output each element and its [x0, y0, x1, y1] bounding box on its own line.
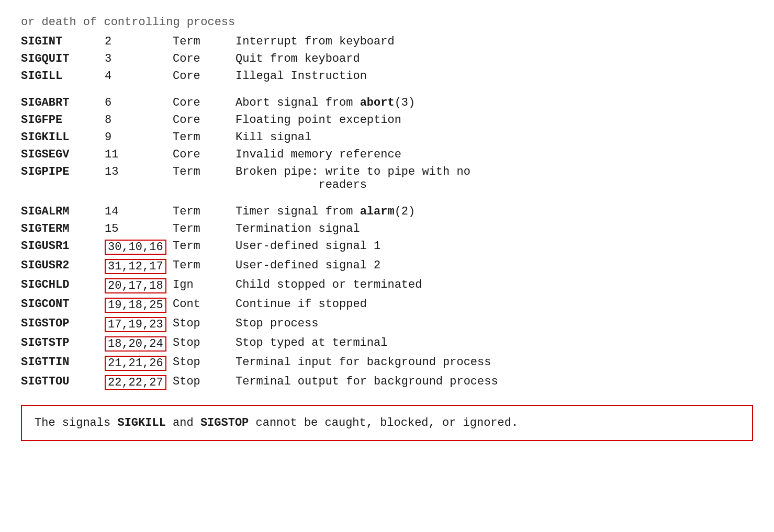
- signal-name: SIGABRT: [21, 94, 105, 111]
- signal-row: SIGFPE8CoreFloating point exception: [21, 111, 753, 129]
- signal-name: SIGTTOU: [21, 373, 105, 392]
- signal-row: SIGSEGV11CoreInvalid memory reference: [21, 146, 753, 163]
- signal-action: Cont: [173, 296, 235, 315]
- signal-desc: Quit from keyboard: [235, 50, 753, 67]
- signal-num: 6: [105, 94, 173, 111]
- content-area: or death of controlling process SIGINT2T…: [21, 10, 753, 446]
- boxed-num: 30,10,16: [105, 240, 166, 255]
- signal-name: SIGILL: [21, 67, 105, 85]
- signal-name: SIGCHLD: [21, 276, 105, 296]
- signal-name: SIGCONT: [21, 296, 105, 315]
- boxed-num: 19,18,25: [105, 298, 166, 313]
- signal-name: SIGQUIT: [21, 50, 105, 67]
- signal-row: SIGUSR231,12,17TermUser-defined signal 2: [21, 257, 753, 276]
- signal-num: 20,17,18: [105, 276, 173, 296]
- signal-num: 21,21,26: [105, 354, 173, 373]
- signal-num: 4: [105, 67, 173, 85]
- signal-action: Core: [173, 146, 235, 163]
- signal-num: 22,22,27: [105, 373, 173, 392]
- signal-num: 3: [105, 50, 173, 67]
- signal-row: SIGUSR130,10,16TermUser-defined signal 1: [21, 237, 753, 257]
- signal-desc: Child stopped or terminated: [235, 276, 753, 296]
- signal-action: Term: [173, 203, 235, 220]
- signal-num: 14: [105, 203, 173, 220]
- signal-desc: Illegal Instruction: [235, 67, 753, 85]
- signal-action: Stop: [173, 354, 235, 373]
- signal-num: 19,18,25: [105, 296, 173, 315]
- signal-name: SIGUSR2: [21, 257, 105, 276]
- notice-sig1: SIGKILL: [117, 416, 165, 429]
- signal-name: SIGUSR1: [21, 237, 105, 257]
- signal-row: SIGQUIT3CoreQuit from keyboard: [21, 50, 753, 67]
- boxed-num: 17,19,23: [105, 317, 166, 332]
- signal-desc: Floating point exception: [235, 111, 753, 129]
- signal-name: SIGTSTP: [21, 334, 105, 354]
- signal-row: SIGINT2TermInterrupt from keyboard: [21, 33, 753, 50]
- signal-action: Term: [173, 163, 235, 194]
- signal-desc: Broken pipe: write to pipe with no reade…: [235, 163, 753, 194]
- signal-row: SIGTERM15TermTermination signal: [21, 220, 753, 237]
- signal-action: Term: [173, 33, 235, 50]
- signal-name: SIGPIPE: [21, 163, 105, 194]
- truncated-top-text: or death of controlling process: [21, 16, 753, 29]
- signal-desc: Interrupt from keyboard: [235, 33, 753, 50]
- signal-desc: Abort signal from abort(3): [235, 94, 753, 111]
- signal-num: 2: [105, 33, 173, 50]
- signal-row: SIGKILL9TermKill signal: [21, 129, 753, 146]
- signal-action: Term: [173, 220, 235, 237]
- signal-desc: Continue if stopped: [235, 296, 753, 315]
- notice-prefix: The signals: [35, 416, 117, 429]
- signal-desc: Kill signal: [235, 129, 753, 146]
- signal-name: SIGFPE: [21, 111, 105, 129]
- signal-row: SIGCHLD20,17,18IgnChild stopped or termi…: [21, 276, 753, 296]
- signal-action: Term: [173, 237, 235, 257]
- signal-num: 13: [105, 163, 173, 194]
- boxed-num: 20,17,18: [105, 278, 166, 293]
- spacer-row: [21, 194, 753, 203]
- signal-desc: Stop process: [235, 315, 753, 334]
- signal-action: Stop: [173, 334, 235, 354]
- signal-desc: Invalid memory reference: [235, 146, 753, 163]
- signal-action: Ign: [173, 276, 235, 296]
- signal-action: Term: [173, 257, 235, 276]
- boxed-num: 18,20,24: [105, 336, 166, 352]
- signal-row: SIGABRT6CoreAbort signal from abort(3): [21, 94, 753, 111]
- signal-row: SIGPIPE13TermBroken pipe: write to pipe …: [21, 163, 753, 194]
- signal-row: SIGSTOP17,19,23StopStop process: [21, 315, 753, 334]
- signal-desc: Timer signal from alarm(2): [235, 203, 753, 220]
- signal-name: SIGTERM: [21, 220, 105, 237]
- boxed-num: 21,21,26: [105, 356, 166, 371]
- notice-box: The signals SIGKILL and SIGSTOP cannot b…: [21, 405, 753, 441]
- signal-action: Core: [173, 111, 235, 129]
- signal-desc: Terminal input for background process: [235, 354, 753, 373]
- signal-desc: Termination signal: [235, 220, 753, 237]
- signal-num: 11: [105, 146, 173, 163]
- signal-name: SIGSTOP: [21, 315, 105, 334]
- notice-sig2: SIGSTOP: [200, 416, 249, 429]
- signal-action: Term: [173, 129, 235, 146]
- signal-name: SIGALRM: [21, 203, 105, 220]
- signal-action: Core: [173, 94, 235, 111]
- signal-num: 31,12,17: [105, 257, 173, 276]
- signal-name: SIGTTIN: [21, 354, 105, 373]
- signal-num: 15: [105, 220, 173, 237]
- boxed-num: 22,22,27: [105, 375, 166, 390]
- signal-num: 8: [105, 111, 173, 129]
- signal-row: SIGTTOU22,22,27StopTerminal output for b…: [21, 373, 753, 392]
- signal-action: Stop: [173, 315, 235, 334]
- signal-name: SIGSEGV: [21, 146, 105, 163]
- signal-num: 18,20,24: [105, 334, 173, 354]
- signal-action: Stop: [173, 373, 235, 392]
- notice-middle: and: [166, 416, 200, 429]
- signal-action: Core: [173, 67, 235, 85]
- signal-num: 17,19,23: [105, 315, 173, 334]
- signal-action: Core: [173, 50, 235, 67]
- signal-name: SIGKILL: [21, 129, 105, 146]
- notice-suffix: cannot be caught, blocked, or ignored.: [249, 416, 518, 429]
- signal-desc: User-defined signal 2: [235, 257, 753, 276]
- signal-name: SIGINT: [21, 33, 105, 50]
- signal-row: SIGTTIN21,21,26StopTerminal input for ba…: [21, 354, 753, 373]
- signal-desc: Terminal output for background process: [235, 373, 753, 392]
- signal-desc: Stop typed at terminal: [235, 334, 753, 354]
- signal-num: 30,10,16: [105, 237, 173, 257]
